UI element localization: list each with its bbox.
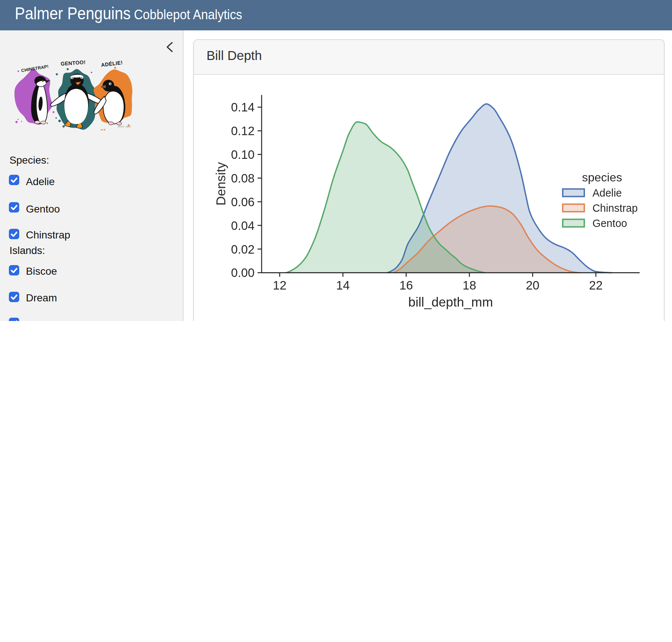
svg-text:bill_depth_mm: bill_depth_mm — [408, 295, 493, 309]
svg-text:0.08: 0.08 — [231, 171, 255, 185]
svg-text:ADÉLIE!: ADÉLIE! — [100, 60, 122, 68]
svg-text:16: 16 — [399, 278, 413, 292]
svg-text:0.12: 0.12 — [231, 124, 255, 138]
svg-text:0.04: 0.04 — [231, 218, 255, 232]
svg-text:0.00: 0.00 — [231, 266, 255, 280]
svg-text:GENTOO!: GENTOO! — [60, 59, 85, 67]
svg-text:20: 20 — [526, 278, 540, 292]
svg-text:12: 12 — [273, 278, 286, 292]
svg-text:Density: Density — [214, 162, 228, 205]
svg-text:allison_horst: allison_horst — [117, 125, 131, 128]
svg-text:Adelie: Adelie — [592, 187, 622, 198]
svg-text:18: 18 — [463, 278, 476, 292]
svg-text:22: 22 — [589, 278, 603, 292]
svg-text:0.06: 0.06 — [231, 195, 255, 208]
svg-text:0.02: 0.02 — [231, 242, 255, 256]
svg-text:Chinstrap: Chinstrap — [592, 202, 638, 214]
svg-text:0.14: 0.14 — [231, 100, 255, 114]
svg-text:0.10: 0.10 — [231, 148, 255, 161]
svg-text:14: 14 — [336, 278, 350, 292]
svg-text:Gentoo: Gentoo — [592, 217, 627, 229]
svg-text:species: species — [582, 171, 622, 184]
